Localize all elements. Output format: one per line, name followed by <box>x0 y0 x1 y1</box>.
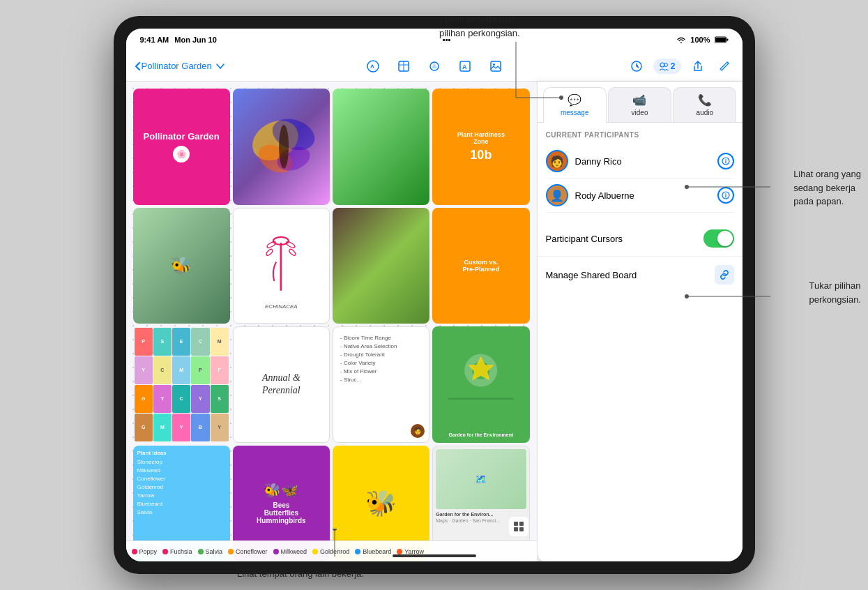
grid-cell: Y <box>191 385 209 413</box>
goldenrod-dot <box>312 549 318 554</box>
toolbar-center: A <box>252 56 617 76</box>
legend-strip: Poppy Fuchsia Salvia Coneflower <box>126 540 537 561</box>
video-tab[interactable]: 📹 video <box>608 87 671 122</box>
participant-cursors-row: Participant Cursors <box>538 221 743 257</box>
hummingbirds-label: Hummingbirds <box>257 517 306 524</box>
bee-garden-card[interactable]: 🐝 <box>133 208 230 324</box>
home-indicator <box>393 554 476 557</box>
bloom-list-card[interactable]: - Bloom Time Range - Native Area Selecti… <box>333 326 429 443</box>
colorful-grid-card[interactable]: P S E C M Y C M P F G Y C <box>133 326 230 443</box>
participant-row-danny: 🧑 Danny Rico <box>546 144 734 179</box>
text-tool-icon[interactable]: A <box>455 56 475 76</box>
share-panel: 💬 message 📹 video 📞 audio <box>537 82 743 561</box>
page-background: 9:41 AM Mon Jun 10 ••• 100% <box>0 0 868 590</box>
goldenrod-label: Goldenrod <box>320 548 349 555</box>
toolbar: Pollinator Garden <box>126 51 743 82</box>
annual-perennial-card[interactable]: Annual &Perennial <box>233 326 330 443</box>
audio-tab[interactable]: 📞 audio <box>673 87 736 122</box>
nature-photo-card[interactable] <box>333 89 429 205</box>
callout-right-bottom-text: Tukar pilihanperkongsian. <box>809 279 861 306</box>
callout-bottom-text: Lihat tempat orang lain bekerja. <box>237 567 364 581</box>
bloom-list-text: - Bloom Time Range - Native Area Selecti… <box>337 331 425 387</box>
salvia-label: Salvia <box>206 548 223 555</box>
manage-shared-board-row[interactable]: Manage Shared Board <box>538 257 743 293</box>
grid-cell: C <box>191 328 209 356</box>
shapes-tool-icon[interactable] <box>425 56 444 76</box>
svg-rect-30 <box>448 398 514 400</box>
svg-point-23 <box>286 241 296 249</box>
message-tab[interactable]: 💬 message <box>543 87 607 123</box>
draw-tool-icon[interactable] <box>363 56 383 76</box>
coneflower-label: Coneflower <box>236 548 268 555</box>
svg-rect-10 <box>491 61 501 71</box>
grid-cell: E <box>172 328 190 356</box>
flower-drawing-svg <box>243 222 319 302</box>
milkweed-label: Milkweed <box>281 548 307 555</box>
ipad-frame: 9:41 AM Mon Jun 10 ••• 100% <box>114 16 755 574</box>
legend-yarrow: Yarrow <box>397 548 424 555</box>
plant-hardiness-card[interactable]: Plant Hardiness Zone 10b <box>432 89 529 205</box>
share-icon[interactable] <box>688 56 708 76</box>
title-dropdown-icon[interactable] <box>216 63 224 69</box>
callout-right-top-text: Lihat orang yangsedang bekerjapada papan… <box>793 167 861 209</box>
back-button[interactable]: Pollinator Garden <box>135 61 212 71</box>
yarrow-label: Yarrow <box>404 548 424 555</box>
fuchsia-label: Fuchsia <box>170 548 192 555</box>
grid-view-button[interactable] <box>509 517 528 536</box>
svg-rect-2 <box>726 39 729 41</box>
legend-coneflower: Coneflower <box>228 548 268 555</box>
participants-button[interactable]: 2 <box>653 59 681 74</box>
current-participants-label: CURRENT PARTICIPANTS <box>546 131 734 139</box>
grid-cell: P <box>191 356 209 384</box>
status-right: 100% <box>676 36 728 44</box>
grid-cell: C <box>153 356 172 384</box>
pollinator-title-card[interactable]: Pollinator Garden 🌸 <box>133 89 230 205</box>
wifi-icon <box>676 36 686 43</box>
svg-point-25 <box>289 248 297 257</box>
participant-cursors-toggle[interactable] <box>703 229 734 248</box>
svg-rect-34 <box>519 527 524 531</box>
ipad-screen: 9:41 AM Mon Jun 10 ••• 100% <box>126 29 743 561</box>
bluebeard-label: Bluebeard <box>363 548 391 555</box>
garden-map-svg <box>437 332 524 431</box>
milkweed-dot <box>273 549 279 554</box>
table-tool-icon[interactable] <box>394 56 413 76</box>
fuchsia-dot <box>162 549 168 554</box>
grid-cell: M <box>172 356 190 384</box>
echinacea-label: ECHINACEA <box>265 303 298 310</box>
video-tab-icon: 📹 <box>632 93 646 107</box>
danny-avatar: 🧑 <box>546 150 568 172</box>
participants-icon <box>659 62 669 70</box>
date-display: Mon Jun 10 <box>174 36 217 44</box>
butterfly-photo-card[interactable] <box>233 89 330 205</box>
battery-display: 100% <box>690 36 710 44</box>
link-icon <box>719 269 730 280</box>
audio-tab-label: audio <box>696 109 713 116</box>
bluebeard-dot <box>355 549 360 554</box>
grid-cell: M <box>211 328 229 356</box>
svg-point-39 <box>725 193 726 195</box>
svg-rect-1 <box>715 38 726 42</box>
status-left: 9:41 AM Mon Jun 10 <box>140 36 217 44</box>
plant-ideas-list: StonecropMilkweedConeflowerGoldenrodYarr… <box>137 458 226 517</box>
grid-cell: Y <box>153 385 172 413</box>
danny-info-button[interactable] <box>717 153 734 169</box>
legend-bluebeard: Bluebeard <box>355 548 391 555</box>
edit-icon[interactable] <box>715 56 734 76</box>
rody-info-button[interactable] <box>717 187 734 204</box>
garden-map-card[interactable]: Garden for the Environment <box>432 326 529 443</box>
echinacea-drawing-card[interactable]: ECHINACEA <box>233 208 330 324</box>
canvas-area[interactable]: Pollinator Garden 🌸 <box>126 82 537 561</box>
image-tool-icon[interactable] <box>486 56 505 76</box>
butterflies-label: Butterflies <box>264 509 298 517</box>
custom-planned-card[interactable]: Custom vs. Pre-Planned <box>432 208 529 324</box>
manage-shared-board-icon <box>715 265 734 285</box>
garden-env-label: Garden for the Environment <box>448 432 513 437</box>
plant-photo-card[interactable] <box>333 208 429 324</box>
hardiness-label2: Zone <box>473 138 489 145</box>
history-icon[interactable] <box>627 56 646 76</box>
callout-top-text: Urus peserta danpilihan perkongsian. <box>439 13 520 40</box>
toolbar-left: Pollinator Garden <box>135 61 246 71</box>
salvia-dot <box>198 549 204 554</box>
svg-point-19 <box>279 125 289 169</box>
